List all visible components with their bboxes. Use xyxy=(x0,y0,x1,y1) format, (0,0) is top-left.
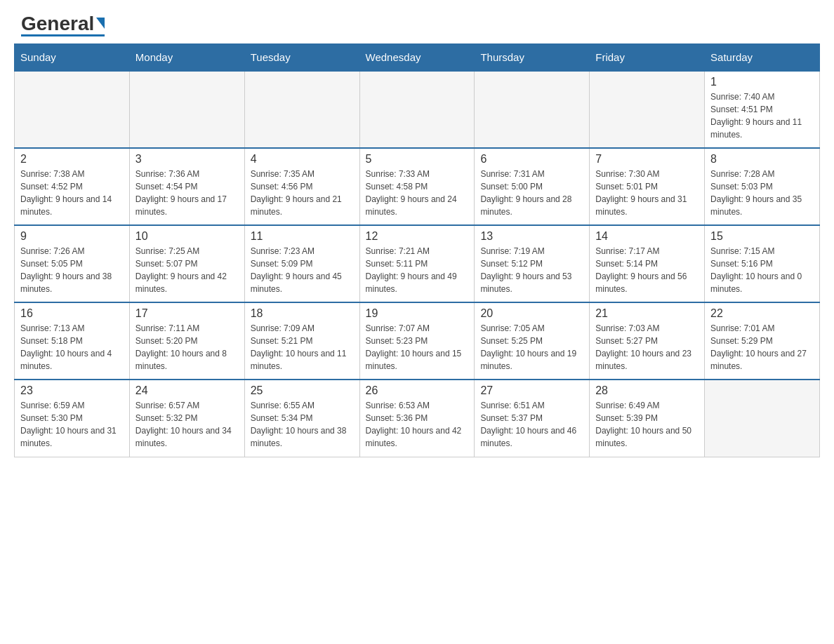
day-info: Sunrise: 7:33 AMSunset: 4:58 PMDaylight:… xyxy=(366,168,469,218)
day-info: Sunrise: 7:28 AMSunset: 5:03 PMDaylight:… xyxy=(710,168,814,218)
calendar-cell: 16Sunrise: 7:13 AMSunset: 5:18 PMDayligh… xyxy=(15,302,130,380)
day-number: 1 xyxy=(710,76,814,88)
week-row-1: 1Sunrise: 7:40 AMSunset: 4:51 PMDaylight… xyxy=(15,71,820,148)
day-info: Sunrise: 7:01 AMSunset: 5:29 PMDaylight:… xyxy=(710,322,814,373)
day-info: Sunrise: 6:55 AMSunset: 5:34 PMDaylight:… xyxy=(251,399,354,450)
logo-general: General xyxy=(21,14,94,34)
calendar-cell: 18Sunrise: 7:09 AMSunset: 5:21 PMDayligh… xyxy=(244,302,359,380)
weekday-header-thursday: Thursday xyxy=(475,44,590,72)
day-number: 12 xyxy=(366,230,469,243)
week-row-4: 16Sunrise: 7:13 AMSunset: 5:18 PMDayligh… xyxy=(15,302,820,380)
day-number: 9 xyxy=(20,230,124,243)
day-number: 17 xyxy=(135,307,239,320)
day-info: Sunrise: 7:21 AMSunset: 5:11 PMDaylight:… xyxy=(366,245,469,295)
day-info: Sunrise: 7:25 AMSunset: 5:07 PMDaylight:… xyxy=(135,245,239,295)
calendar-cell xyxy=(15,71,130,148)
calendar-cell xyxy=(359,71,475,148)
day-number: 3 xyxy=(135,153,239,166)
calendar-cell: 17Sunrise: 7:11 AMSunset: 5:20 PMDayligh… xyxy=(129,302,244,380)
calendar-cell: 6Sunrise: 7:31 AMSunset: 5:00 PMDaylight… xyxy=(475,148,590,225)
calendar-cell: 19Sunrise: 7:07 AMSunset: 5:23 PMDayligh… xyxy=(359,302,475,380)
calendar-cell: 22Sunrise: 7:01 AMSunset: 5:29 PMDayligh… xyxy=(705,302,820,380)
day-number: 16 xyxy=(20,307,124,320)
calendar-table: SundayMondayTuesdayWednesdayThursdayFrid… xyxy=(14,43,820,457)
day-number: 19 xyxy=(366,307,469,320)
weekday-header-wednesday: Wednesday xyxy=(359,44,475,72)
calendar-cell: 24Sunrise: 6:57 AMSunset: 5:32 PMDayligh… xyxy=(129,380,244,457)
week-row-2: 2Sunrise: 7:38 AMSunset: 4:52 PMDaylight… xyxy=(15,148,820,225)
day-number: 5 xyxy=(366,153,469,166)
calendar-cell: 28Sunrise: 6:49 AMSunset: 5:39 PMDayligh… xyxy=(590,380,705,457)
day-number: 10 xyxy=(135,230,239,243)
day-number: 14 xyxy=(595,230,699,243)
day-info: Sunrise: 7:03 AMSunset: 5:27 PMDaylight:… xyxy=(595,322,699,373)
calendar-cell: 13Sunrise: 7:19 AMSunset: 5:12 PMDayligh… xyxy=(475,225,590,302)
day-info: Sunrise: 6:49 AMSunset: 5:39 PMDaylight:… xyxy=(595,399,699,450)
page-header: General xyxy=(0,0,834,43)
weekday-header-friday: Friday xyxy=(590,44,705,72)
weekday-header-sunday: Sunday xyxy=(15,44,130,72)
day-number: 27 xyxy=(480,384,583,397)
calendar-cell: 15Sunrise: 7:15 AMSunset: 5:16 PMDayligh… xyxy=(705,225,820,302)
day-info: Sunrise: 7:19 AMSunset: 5:12 PMDaylight:… xyxy=(480,245,583,295)
day-info: Sunrise: 7:17 AMSunset: 5:14 PMDaylight:… xyxy=(595,245,699,295)
day-number: 26 xyxy=(366,384,469,397)
day-info: Sunrise: 7:38 AMSunset: 4:52 PMDaylight:… xyxy=(20,168,124,218)
day-number: 23 xyxy=(20,384,124,397)
day-info: Sunrise: 7:36 AMSunset: 4:54 PMDaylight:… xyxy=(135,168,239,218)
calendar-cell: 5Sunrise: 7:33 AMSunset: 4:58 PMDaylight… xyxy=(359,148,475,225)
day-info: Sunrise: 6:57 AMSunset: 5:32 PMDaylight:… xyxy=(135,399,239,450)
calendar-cell: 21Sunrise: 7:03 AMSunset: 5:27 PMDayligh… xyxy=(590,302,705,380)
calendar-cell: 3Sunrise: 7:36 AMSunset: 4:54 PMDaylight… xyxy=(129,148,244,225)
day-number: 24 xyxy=(135,384,239,397)
weekday-header-monday: Monday xyxy=(129,44,244,72)
day-info: Sunrise: 6:59 AMSunset: 5:30 PMDaylight:… xyxy=(20,399,124,450)
calendar-cell: 9Sunrise: 7:26 AMSunset: 5:05 PMDaylight… xyxy=(15,225,130,302)
calendar-cell: 4Sunrise: 7:35 AMSunset: 4:56 PMDaylight… xyxy=(244,148,359,225)
day-number: 22 xyxy=(710,307,814,320)
logo-underline xyxy=(21,34,105,36)
calendar-cell xyxy=(590,71,705,148)
calendar-cell: 23Sunrise: 6:59 AMSunset: 5:30 PMDayligh… xyxy=(15,380,130,457)
day-number: 8 xyxy=(710,153,814,166)
day-number: 28 xyxy=(595,384,699,397)
calendar-cell: 1Sunrise: 7:40 AMSunset: 4:51 PMDaylight… xyxy=(705,71,820,148)
logo-triangle-icon xyxy=(96,18,105,29)
calendar-cell: 26Sunrise: 6:53 AMSunset: 5:36 PMDayligh… xyxy=(359,380,475,457)
day-info: Sunrise: 7:11 AMSunset: 5:20 PMDaylight:… xyxy=(135,322,239,373)
calendar-cell xyxy=(244,71,359,148)
calendar-cell: 27Sunrise: 6:51 AMSunset: 5:37 PMDayligh… xyxy=(475,380,590,457)
day-number: 13 xyxy=(480,230,583,243)
day-number: 2 xyxy=(20,153,124,166)
weekday-header-row: SundayMondayTuesdayWednesdayThursdayFrid… xyxy=(15,44,820,72)
weekday-header-saturday: Saturday xyxy=(705,44,820,72)
logo: General xyxy=(21,14,105,36)
day-info: Sunrise: 7:07 AMSunset: 5:23 PMDaylight:… xyxy=(366,322,469,373)
day-info: Sunrise: 7:23 AMSunset: 5:09 PMDaylight:… xyxy=(251,245,354,295)
day-info: Sunrise: 7:40 AMSunset: 4:51 PMDaylight:… xyxy=(710,90,814,141)
day-number: 11 xyxy=(251,230,354,243)
day-info: Sunrise: 7:30 AMSunset: 5:01 PMDaylight:… xyxy=(595,168,699,218)
week-row-3: 9Sunrise: 7:26 AMSunset: 5:05 PMDaylight… xyxy=(15,225,820,302)
day-number: 4 xyxy=(251,153,354,166)
day-number: 18 xyxy=(251,307,354,320)
day-number: 7 xyxy=(595,153,699,166)
day-info: Sunrise: 7:15 AMSunset: 5:16 PMDaylight:… xyxy=(710,245,814,295)
calendar-cell xyxy=(129,71,244,148)
day-number: 21 xyxy=(595,307,699,320)
day-info: Sunrise: 7:09 AMSunset: 5:21 PMDaylight:… xyxy=(251,322,354,373)
day-info: Sunrise: 6:51 AMSunset: 5:37 PMDaylight:… xyxy=(480,399,583,450)
week-row-5: 23Sunrise: 6:59 AMSunset: 5:30 PMDayligh… xyxy=(15,380,820,457)
calendar-cell: 10Sunrise: 7:25 AMSunset: 5:07 PMDayligh… xyxy=(129,225,244,302)
calendar-cell: 25Sunrise: 6:55 AMSunset: 5:34 PMDayligh… xyxy=(244,380,359,457)
day-info: Sunrise: 7:05 AMSunset: 5:25 PMDaylight:… xyxy=(480,322,583,373)
day-number: 20 xyxy=(480,307,583,320)
day-info: Sunrise: 6:53 AMSunset: 5:36 PMDaylight:… xyxy=(366,399,469,450)
day-info: Sunrise: 7:35 AMSunset: 4:56 PMDaylight:… xyxy=(251,168,354,218)
day-info: Sunrise: 7:31 AMSunset: 5:00 PMDaylight:… xyxy=(480,168,583,218)
day-info: Sunrise: 7:13 AMSunset: 5:18 PMDaylight:… xyxy=(20,322,124,373)
calendar-cell: 8Sunrise: 7:28 AMSunset: 5:03 PMDaylight… xyxy=(705,148,820,225)
day-number: 25 xyxy=(251,384,354,397)
calendar-cell xyxy=(475,71,590,148)
calendar-cell: 14Sunrise: 7:17 AMSunset: 5:14 PMDayligh… xyxy=(590,225,705,302)
